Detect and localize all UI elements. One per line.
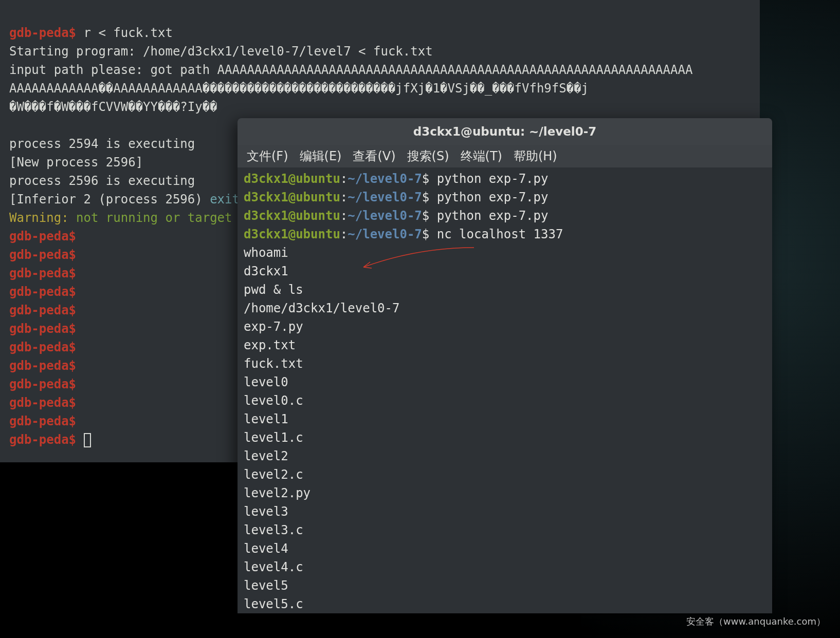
prompt-colon: : [340, 190, 348, 204]
terminal-output: level5 [244, 576, 766, 595]
terminal-output: level2.c [244, 465, 766, 484]
prompt-user: d3ckx1@ubuntu [244, 227, 340, 241]
terminal-output: level1 [244, 410, 766, 428]
prompt-path: ~/level0-7 [348, 190, 422, 204]
prompt-line: d3ckx1@ubuntu:~/level0-7$ python exp-7.p… [244, 188, 766, 207]
terminal-output: exp.txt [244, 336, 766, 354]
prompt-user: d3ckx1@ubuntu [244, 172, 340, 186]
terminal-output: fuck.txt [244, 354, 766, 373]
menu-help[interactable]: 帮助(H) [514, 147, 557, 165]
prompt-colon: : [340, 227, 348, 241]
terminal-output: level2.py [244, 484, 766, 502]
gdb-prompt: gdb-peda$ [9, 248, 76, 262]
terminal-output: pwd & ls [244, 280, 766, 299]
terminal-body[interactable]: d3ckx1@ubuntu:~/level0-7$ python exp-7.p… [238, 167, 772, 613]
terminal-output: level0.c [244, 391, 766, 410]
window-titlebar[interactable]: d3ckx1@ubuntu: ~/level0-7 [238, 118, 772, 145]
menu-edit[interactable]: 编辑(E) [300, 147, 342, 165]
shell-command: python exp-7.py [437, 190, 549, 204]
gdb-prompt: gdb-peda$ [9, 414, 76, 428]
shell-command: nc localhost 1337 [437, 227, 563, 241]
gdb-prompt: gdb-peda$ [9, 377, 76, 391]
terminal-output: level3.c [244, 521, 766, 539]
prompt-dollar: $ [422, 172, 429, 186]
cursor-icon [84, 433, 91, 447]
shell-command: python exp-7.py [437, 209, 549, 223]
gdb-output-line: process 2594 is executing [9, 137, 195, 151]
prompt-line: d3ckx1@ubuntu:~/level0-7$ python exp-7.p… [244, 170, 766, 188]
prompt-path: ~/level0-7 [348, 227, 422, 241]
gdb-output-line: [New process 2596] [9, 155, 143, 170]
watermark-text: 安全客（www.anquanke.com） [686, 612, 826, 631]
prompt-path: ~/level0-7 [348, 209, 422, 223]
gdb-prompt: gdb-peda$ [9, 322, 76, 336]
menu-file[interactable]: 文件(F) [247, 147, 288, 165]
gdb-prompt: gdb-peda$ [9, 285, 76, 299]
terminal-output: level5.c [244, 595, 766, 613]
menu-view[interactable]: 查看(V) [353, 147, 395, 165]
terminal-output: level4.c [244, 558, 766, 576]
prompt-path: ~/level0-7 [348, 172, 422, 186]
terminal-output: level4 [244, 539, 766, 558]
gdb-output-line: input path please: got path AAAAAAAAAAAA… [9, 63, 692, 77]
gdb-prompt: gdb-peda$ [9, 229, 76, 243]
prompt-line: d3ckx1@ubuntu:~/level0-7$ python exp-7.p… [244, 207, 766, 225]
gdb-prompt: gdb-peda$ [9, 303, 76, 317]
gdb-prompt: gdb-peda$ [9, 396, 76, 410]
prompt-colon: : [340, 172, 348, 186]
gdb-output-line: [Inferior 2 (process 2596) [9, 192, 203, 207]
shell-command: python exp-7.py [437, 172, 549, 186]
gdb-warning-label: Warning: [9, 211, 76, 225]
prompt-dollar: $ [422, 227, 429, 241]
prompt-colon: : [340, 209, 348, 223]
terminal-output: level3 [244, 502, 766, 521]
prompt-user: d3ckx1@ubuntu [244, 209, 340, 223]
prompt-dollar: $ [422, 209, 429, 223]
prompt-line: d3ckx1@ubuntu:~/level0-7$ nc localhost 1… [244, 225, 766, 243]
window-title: d3ckx1@ubuntu: ~/level0-7 [413, 122, 597, 141]
menu-terminal[interactable]: 终端(T) [461, 147, 502, 165]
terminal-output: exp-7.py [244, 317, 766, 336]
gdb-prompt: gdb-peda$ [9, 359, 76, 373]
gdb-output-line: AAAAAAAAAAAA��AAAAAAAAAAAA��������������… [9, 81, 589, 96]
terminal-output: level0 [244, 373, 766, 391]
gdb-prompt: gdb-peda$ [9, 266, 76, 280]
gdb-prompt: gdb-peda$ [9, 26, 76, 40]
gdb-output-line: process 2596 is executing [9, 174, 195, 188]
gdb-output-line: �W���f�W���fCVVW��YY���?Iy�� [9, 100, 217, 114]
gdb-cmd-run: r < fuck.txt [76, 26, 173, 40]
ubuntu-terminal-window[interactable]: d3ckx1@ubuntu: ~/level0-7 文件(F) 编辑(E) 查看… [238, 118, 772, 613]
gdb-prompt: gdb-peda$ [9, 433, 76, 447]
menubar: 文件(F) 编辑(E) 查看(V) 搜索(S) 终端(T) 帮助(H) [238, 145, 772, 167]
menu-search[interactable]: 搜索(S) [407, 147, 449, 165]
terminal-output: level1.c [244, 428, 766, 447]
prompt-dollar: $ [422, 190, 429, 204]
gdb-output-line: Starting program: /home/d3ckx1/level0-7/… [9, 44, 433, 59]
terminal-output: /home/d3ckx1/level0-7 [244, 299, 766, 317]
prompt-user: d3ckx1@ubuntu [244, 190, 340, 204]
terminal-output: whoami [244, 243, 766, 262]
terminal-output: d3ckx1 [244, 262, 766, 280]
terminal-output: level2 [244, 447, 766, 465]
gdb-prompt: gdb-peda$ [9, 340, 76, 354]
